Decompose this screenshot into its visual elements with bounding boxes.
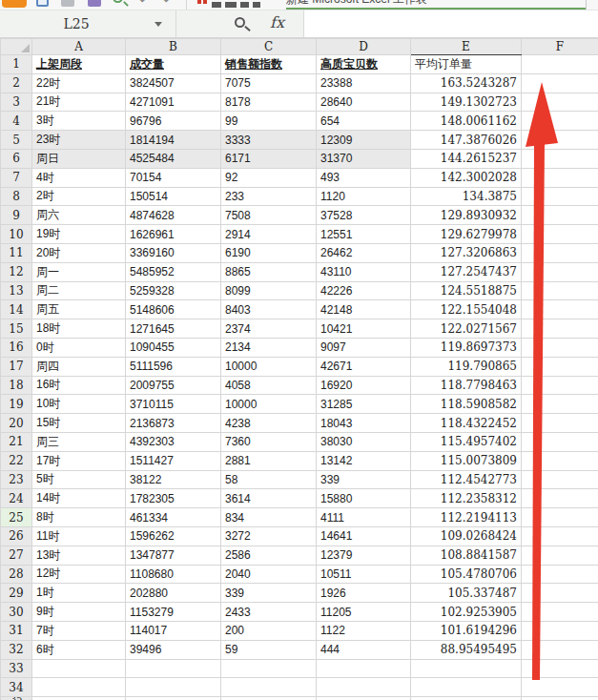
cell-B9[interactable]: 4874628 [126, 206, 221, 225]
row-header-1[interactable]: 1 [1, 55, 32, 74]
cell-C15[interactable]: 2374 [221, 319, 317, 339]
cell-F23[interactable] [522, 470, 598, 489]
row-header-3[interactable]: 3 [1, 93, 32, 112]
row-header-19[interactable]: 19 [1, 395, 32, 414]
cell-B16[interactable]: 1090455 [126, 338, 221, 357]
row-header-16[interactable]: 16 [1, 338, 32, 357]
cell-C12[interactable]: 8865 [221, 262, 317, 281]
cell-E2[interactable]: 163.5243287 [411, 73, 522, 93]
magnifier-icon[interactable] [235, 17, 245, 28]
cell-C30[interactable]: 2433 [221, 603, 317, 622]
cell-F34[interactable] [522, 678, 598, 697]
cell-B12[interactable]: 5485952 [126, 262, 221, 281]
row-header-35[interactable]: 35 [1, 697, 32, 700]
row-header-31[interactable]: 31 [1, 621, 32, 640]
cell-C20[interactable]: 4238 [221, 414, 317, 433]
cell-B34[interactable] [126, 678, 221, 697]
cell-C19[interactable]: 10000 [221, 395, 317, 414]
row-header-7[interactable]: 7 [1, 168, 32, 187]
cell-D7[interactable]: 493 [317, 168, 411, 187]
cell-F12[interactable] [522, 262, 598, 281]
cell-A12[interactable]: 周一 [32, 262, 126, 281]
cell-C13[interactable]: 8099 [221, 281, 317, 300]
cell-A32[interactable]: 6时 [32, 640, 126, 659]
cell-B5[interactable]: 1814194 [126, 131, 221, 150]
cell-E17[interactable]: 119.790865 [411, 357, 522, 376]
cell-C24[interactable]: 3614 [221, 489, 317, 508]
cell-A28[interactable]: 12时 [32, 565, 126, 584]
cell-D9[interactable]: 37528 [317, 206, 411, 225]
cell-E5[interactable]: 147.3876026 [411, 131, 522, 150]
cell-A16[interactable]: 0时 [32, 338, 126, 357]
cell-C27[interactable]: 2586 [221, 546, 317, 565]
column-header-D[interactable]: D [317, 39, 411, 55]
cell-A34[interactable] [32, 678, 126, 697]
cell-B1[interactable]: 成交量 [126, 55, 221, 74]
row-header-26[interactable]: 26 [1, 526, 32, 546]
cell-F29[interactable] [522, 584, 598, 603]
cell-B30[interactable]: 1153279 [126, 603, 221, 622]
cell-A25[interactable]: 8时 [32, 508, 126, 527]
cell-B7[interactable]: 70154 [126, 168, 221, 187]
cell-D28[interactable]: 10511 [317, 565, 411, 584]
cell-E15[interactable]: 122.0271567 [411, 319, 522, 339]
column-header-A[interactable]: A [32, 39, 126, 55]
cell-C4[interactable]: 99 [221, 112, 317, 131]
cell-E1[interactable]: 平均订单量 [411, 55, 522, 74]
cell-E28[interactable]: 105.4780706 [411, 565, 522, 584]
cell-C14[interactable]: 8403 [221, 300, 317, 319]
row-header-18[interactable]: 18 [1, 376, 32, 395]
cell-F11[interactable] [522, 243, 598, 262]
cell-B33[interactable] [126, 659, 221, 678]
cell-F6[interactable] [522, 149, 598, 168]
row-header-17[interactable]: 17 [1, 357, 32, 376]
cell-B35[interactable] [126, 697, 221, 700]
cell-D25[interactable]: 4111 [317, 508, 411, 527]
cell-A23[interactable]: 5时 [32, 470, 126, 489]
cell-D8[interactable]: 1120 [317, 187, 411, 206]
cell-F5[interactable] [522, 131, 598, 150]
cell-B17[interactable]: 5111596 [126, 357, 221, 376]
cell-B14[interactable]: 5148606 [126, 300, 221, 319]
cell-E30[interactable]: 102.9253905 [411, 603, 522, 622]
cell-F20[interactable] [522, 414, 598, 433]
cell-E25[interactable]: 112.2194113 [411, 508, 522, 527]
cell-C21[interactable]: 7360 [221, 432, 317, 451]
cell-C3[interactable]: 8178 [221, 93, 317, 112]
cell-A22[interactable]: 17时 [32, 451, 126, 470]
cell-A13[interactable]: 周二 [32, 281, 126, 300]
cell-E33[interactable] [411, 659, 522, 678]
cell-F31[interactable] [522, 621, 598, 640]
cell-C23[interactable]: 58 [221, 470, 317, 489]
cell-F9[interactable] [522, 206, 598, 225]
row-header-30[interactable]: 30 [1, 603, 32, 622]
column-header-C[interactable]: C [221, 39, 317, 55]
cell-E31[interactable]: 101.6194296 [411, 621, 522, 640]
cell-C31[interactable]: 200 [221, 621, 317, 640]
cell-D14[interactable]: 42148 [317, 300, 411, 319]
cell-B6[interactable]: 4525484 [126, 149, 221, 168]
cell-F32[interactable] [522, 640, 598, 659]
cell-D21[interactable]: 38030 [317, 432, 411, 451]
cell-C10[interactable]: 2914 [221, 225, 317, 244]
cell-C1[interactable]: 销售额指数 [221, 55, 317, 74]
cell-D35[interactable] [317, 697, 411, 700]
cell-C35[interactable] [221, 697, 317, 700]
preview-icon[interactable] [88, 0, 101, 7]
cell-E22[interactable]: 115.0073809 [411, 451, 522, 470]
cell-C32[interactable]: 59 [221, 640, 317, 659]
cell-D10[interactable]: 12551 [317, 225, 411, 244]
cell-B28[interactable]: 1108680 [126, 565, 221, 584]
row-header-21[interactable]: 21 [1, 432, 32, 451]
doc-tab-text-clipped[interactable] [225, 2, 237, 8]
cell-C5[interactable]: 3333 [221, 131, 317, 150]
row-header-25[interactable]: 25 [1, 508, 32, 527]
cell-D29[interactable]: 1926 [317, 584, 411, 603]
cell-A21[interactable]: 周三 [32, 432, 126, 451]
cell-D24[interactable]: 15880 [317, 489, 411, 508]
cell-D12[interactable]: 43110 [317, 262, 411, 281]
cell-C17[interactable]: 10000 [221, 357, 317, 376]
row-header-20[interactable]: 20 [1, 414, 32, 433]
cell-B23[interactable]: 38122 [126, 470, 221, 489]
row-header-2[interactable]: 2 [1, 73, 32, 93]
